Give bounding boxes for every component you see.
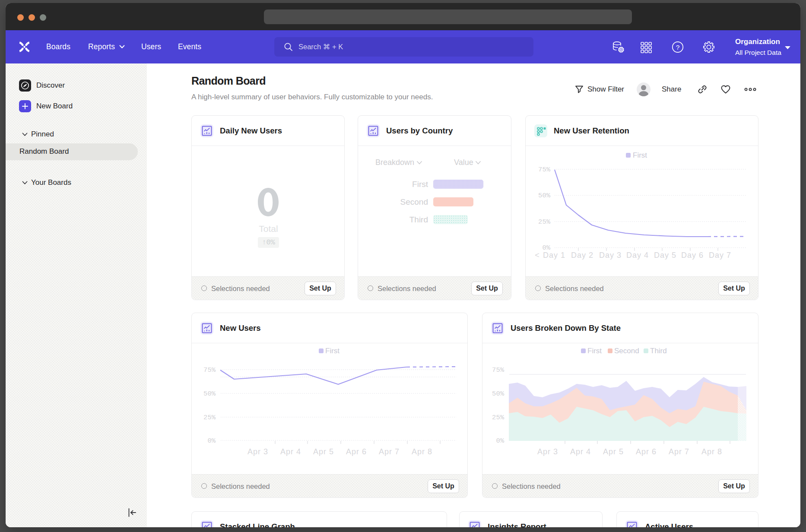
svg-text:<: < bbox=[535, 251, 540, 260]
svg-text:Day 2: Day 2 bbox=[571, 251, 593, 260]
svg-text:25%: 25% bbox=[538, 218, 551, 226]
svg-text:25%: 25% bbox=[492, 414, 505, 421]
svg-text:Apr 5: Apr 5 bbox=[603, 447, 624, 456]
svg-text:Day 3: Day 3 bbox=[599, 251, 622, 260]
svg-text:First: First bbox=[633, 151, 647, 159]
svg-text:75%: 75% bbox=[203, 366, 216, 374]
svg-text:Apr 6: Apr 6 bbox=[636, 447, 657, 456]
svg-text:Apr 3: Apr 3 bbox=[248, 447, 268, 456]
svg-text:Apr 8: Apr 8 bbox=[701, 447, 722, 456]
svg-text:Day 7: Day 7 bbox=[709, 251, 731, 260]
svg-text:Apr 3: Apr 3 bbox=[537, 447, 558, 456]
svg-text:Day 4: Day 4 bbox=[626, 251, 649, 260]
svg-text:Second: Second bbox=[614, 347, 639, 355]
svg-text:Apr 5: Apr 5 bbox=[313, 447, 334, 456]
svg-text:Apr 8: Apr 8 bbox=[412, 447, 432, 456]
svg-text:75%: 75% bbox=[538, 166, 551, 174]
svg-text:Apr 6: Apr 6 bbox=[346, 447, 367, 456]
svg-text:25%: 25% bbox=[203, 414, 216, 421]
svg-text:50%: 50% bbox=[538, 192, 551, 200]
svg-text:0%: 0% bbox=[496, 437, 504, 445]
svg-text:75%: 75% bbox=[492, 366, 505, 374]
svg-text:Third: Third bbox=[650, 347, 667, 355]
svg-text:First: First bbox=[325, 347, 340, 355]
svg-text:Day 1: Day 1 bbox=[543, 251, 565, 260]
svg-text:Apr 7: Apr 7 bbox=[669, 447, 689, 456]
svg-text:Apr 7: Apr 7 bbox=[379, 447, 400, 456]
svg-text:Apr 4: Apr 4 bbox=[570, 447, 591, 456]
svg-text:0%: 0% bbox=[207, 437, 216, 445]
svg-text:50%: 50% bbox=[492, 390, 505, 398]
svg-text:Day 5: Day 5 bbox=[654, 251, 676, 260]
svg-text:?: ? bbox=[676, 44, 680, 51]
svg-text:50%: 50% bbox=[203, 390, 216, 398]
svg-text:Apr 4: Apr 4 bbox=[280, 447, 301, 456]
svg-text:Day 6: Day 6 bbox=[681, 251, 704, 260]
svg-text:First: First bbox=[587, 347, 602, 355]
